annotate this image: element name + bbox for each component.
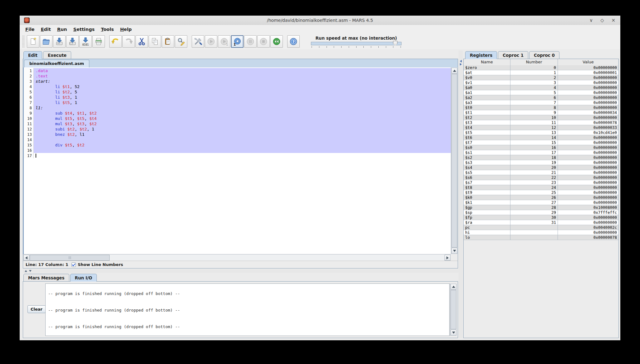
register-row[interactable]: $k0260x00000000	[464, 195, 618, 200]
tab-mars-messages[interactable]: Mars Messages	[23, 274, 69, 281]
register-row[interactable]: lo0x00000078	[464, 235, 618, 240]
register-value[interactable]: 0x0040002c	[558, 225, 618, 230]
register-row[interactable]: $t9250x00000000	[464, 190, 618, 195]
minimize-icon[interactable]: ∨	[589, 18, 593, 23]
register-value[interactable]: 0x00000034	[558, 110, 618, 115]
register-value[interactable]: 0x00000033	[558, 125, 618, 130]
run-io-output[interactable]: -- program is finished running (dropped …	[45, 283, 450, 336]
scrollbar-thumb[interactable]	[450, 290, 456, 329]
tab-edit[interactable]: Edit	[23, 51, 42, 59]
stop-button[interactable]	[257, 35, 270, 48]
register-row[interactable]: $k1270x00000000	[464, 200, 618, 205]
scroll-right-button[interactable]	[445, 255, 450, 261]
register-value[interactable]: 0x00000000	[558, 135, 618, 140]
register-row[interactable]: $a150x00000000	[464, 90, 618, 95]
vertical-splitter[interactable]	[459, 51, 463, 338]
register-value[interactable]: 0x00000000	[558, 140, 618, 145]
register-row[interactable]: $v130x00000000	[464, 80, 618, 85]
code-editor[interactable]: 1.data2.text3start:4 li $t1, 525 li $t2,…	[23, 67, 451, 254]
register-row[interactable]: $zero00x00000000	[464, 65, 618, 70]
register-value[interactable]: 0x10cd41e0	[558, 130, 618, 135]
show-line-numbers-checkbox[interactable]	[71, 263, 76, 267]
register-value[interactable]: 0x00000000	[558, 75, 618, 80]
run-speed-slider-thumb[interactable]	[393, 41, 397, 46]
register-value[interactable]: 0x00000000	[558, 230, 618, 235]
register-value[interactable]: 0x00000000	[558, 85, 618, 90]
register-value[interactable]: 0x10008000	[558, 205, 618, 210]
register-row[interactable]: $t7150x00000000	[464, 140, 618, 145]
reset-button[interactable]	[270, 35, 283, 48]
editor-horizontal-scrollbar[interactable]	[23, 254, 451, 261]
register-value[interactable]: 0x00000000	[558, 180, 618, 185]
register-value[interactable]: 0x00000000	[558, 200, 618, 205]
run-speed-slider-track[interactable]	[311, 42, 401, 45]
register-value[interactable]: 0x00000078	[558, 235, 618, 240]
register-row[interactable]: $gp280x10008000	[464, 205, 618, 210]
register-row[interactable]: $t6140x00000000	[464, 135, 618, 140]
register-value[interactable]: 0x00000000	[558, 165, 618, 170]
tab-execute[interactable]: Execute	[43, 51, 71, 59]
register-value[interactable]: 0x00000000	[558, 185, 618, 190]
register-row[interactable]: $s7230x00000000	[464, 180, 618, 185]
scrollbar-thumb[interactable]	[30, 255, 110, 261]
register-row[interactable]: $t4120x00000033	[464, 125, 618, 130]
scroll-left-button[interactable]	[23, 255, 29, 261]
close-icon[interactable]: ×	[611, 18, 615, 23]
menu-item-settings[interactable]: Settings	[70, 26, 98, 33]
save-button[interactable]	[53, 35, 66, 48]
menu-item-tools[interactable]: Tools	[98, 26, 117, 33]
register-row[interactable]: $fp300x00000000	[464, 215, 618, 220]
cut-button[interactable]	[135, 35, 148, 48]
help-button[interactable]: ?	[287, 35, 300, 48]
run-button[interactable]	[205, 35, 217, 48]
register-row[interactable]: pc0x0040002c	[464, 225, 618, 230]
register-row[interactable]: hi0x00000000	[464, 230, 618, 235]
register-row[interactable]: $t080x00000000	[464, 105, 618, 110]
scroll-up-button[interactable]	[450, 284, 456, 290]
register-value[interactable]: 0x00000000	[558, 145, 618, 150]
scroll-down-button[interactable]	[450, 330, 456, 336]
assemble-button[interactable]	[192, 35, 204, 48]
find-replace-button[interactable]	[175, 35, 187, 48]
register-value[interactable]: 0x00000000	[558, 150, 618, 155]
menu-item-help[interactable]: Help	[117, 26, 135, 33]
print-button[interactable]	[92, 35, 105, 48]
dump-memory-button[interactable]: 0101	[79, 35, 92, 48]
register-value[interactable]: 0x00000078	[558, 120, 618, 125]
redo-button[interactable]	[122, 35, 135, 48]
scroll-down-button[interactable]	[451, 248, 457, 254]
register-row[interactable]: $a370x00000000	[464, 100, 618, 105]
tab-coproc1[interactable]: Coproc 1	[498, 51, 528, 59]
tab-coproc0[interactable]: Coproc 0	[529, 51, 559, 59]
register-value[interactable]: 0x00000000	[558, 195, 618, 200]
pause-button[interactable]	[244, 35, 257, 48]
new-file-button[interactable]	[27, 35, 39, 48]
register-value[interactable]: 0x00000000	[558, 115, 618, 120]
register-value[interactable]: 0x00000000	[558, 175, 618, 180]
register-row[interactable]: $t8240x00000000	[464, 185, 618, 190]
register-value[interactable]: 0x00000000	[558, 170, 618, 175]
register-row[interactable]: $ra310x00000000	[464, 220, 618, 225]
horizontal-splitter[interactable]	[23, 269, 460, 273]
run-io-vertical-scrollbar[interactable]	[450, 283, 457, 336]
register-value[interactable]: 0x00000000	[558, 95, 618, 100]
register-value[interactable]: 0x00000000	[558, 220, 618, 225]
register-row[interactable]: $t5130x10cd41e0	[464, 130, 618, 135]
register-row[interactable]: $sp290x7fffeffc	[464, 210, 618, 215]
scrollbar-thumb[interactable]	[451, 74, 457, 248]
register-row[interactable]: $a040x00000000	[464, 85, 618, 90]
register-row[interactable]: $s0160x00000000	[464, 145, 618, 150]
clear-button[interactable]: Clear	[27, 305, 46, 313]
register-row[interactable]: $at10x00000001	[464, 70, 618, 75]
undo-button[interactable]	[109, 35, 122, 48]
register-row[interactable]: $s1170x00000000	[464, 150, 618, 155]
register-value[interactable]: 0x00000000	[558, 100, 618, 105]
step-button[interactable]: 1	[218, 35, 230, 48]
register-value[interactable]: 0x00000000	[558, 215, 618, 220]
editor-vertical-scrollbar[interactable]	[451, 67, 458, 254]
copy-button[interactable]	[149, 35, 161, 48]
file-tab[interactable]: binomialkoeffizient.asm	[24, 60, 89, 67]
save-as-button[interactable]	[66, 35, 79, 48]
register-value[interactable]: 0x00000000	[558, 190, 618, 195]
register-row[interactable]: $s3190x00000000	[464, 160, 618, 165]
